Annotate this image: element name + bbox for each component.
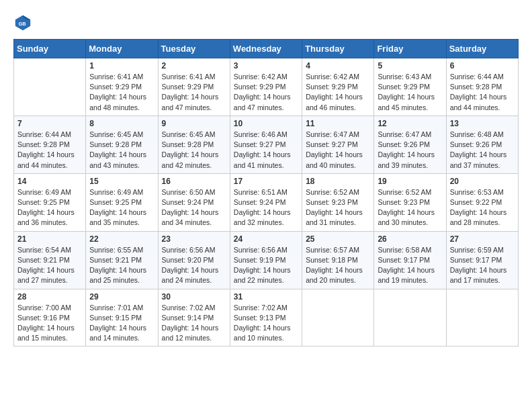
day-info: Sunrise: 6:42 AM Sunset: 9:29 PM Dayligh… <box>306 72 370 113</box>
day-info: Sunrise: 6:46 AM Sunset: 9:27 PM Dayligh… <box>234 130 298 171</box>
header-cell-wednesday: Wednesday <box>230 40 302 58</box>
day-number: 11 <box>306 119 370 128</box>
day-info: Sunrise: 6:45 AM Sunset: 9:28 PM Dayligh… <box>89 130 154 171</box>
day-info: Sunrise: 6:43 AM Sunset: 9:29 PM Dayligh… <box>378 72 442 113</box>
day-info: Sunrise: 6:41 AM Sunset: 9:29 PM Dayligh… <box>89 72 154 113</box>
day-info: Sunrise: 6:49 AM Sunset: 9:25 PM Dayligh… <box>89 187 154 228</box>
page-header: GB <box>13 13 519 32</box>
header-cell-sunday: Sunday <box>14 40 86 58</box>
day-number: 17 <box>234 177 298 186</box>
day-number: 27 <box>450 234 515 244</box>
day-info: Sunrise: 6:42 AM Sunset: 9:29 PM Dayligh… <box>234 72 298 113</box>
day-info: Sunrise: 6:47 AM Sunset: 9:27 PM Dayligh… <box>306 130 370 171</box>
calendar-cell: 10Sunrise: 6:46 AM Sunset: 9:27 PM Dayli… <box>230 116 302 173</box>
day-number: 18 <box>306 177 370 186</box>
day-number: 14 <box>17 177 82 186</box>
calendar-table: SundayMondayTuesdayWednesdayThursdayFrid… <box>13 39 519 347</box>
calendar-cell: 11Sunrise: 6:47 AM Sunset: 9:27 PM Dayli… <box>302 116 374 173</box>
calendar-cell: 14Sunrise: 6:49 AM Sunset: 9:25 PM Dayli… <box>14 173 86 231</box>
calendar-cell: 1Sunrise: 6:41 AM Sunset: 9:29 PM Daylig… <box>86 58 158 116</box>
day-info: Sunrise: 6:52 AM Sunset: 9:23 PM Dayligh… <box>378 187 442 228</box>
svg-text:GB: GB <box>18 21 26 27</box>
calendar-cell: 24Sunrise: 6:56 AM Sunset: 9:19 PM Dayli… <box>230 231 302 289</box>
calendar-cell: 27Sunrise: 6:59 AM Sunset: 9:17 PM Dayli… <box>446 231 518 289</box>
day-number: 12 <box>378 119 442 128</box>
day-info: Sunrise: 6:56 AM Sunset: 9:19 PM Dayligh… <box>234 245 298 286</box>
header-cell-tuesday: Tuesday <box>158 40 230 58</box>
day-info: Sunrise: 6:49 AM Sunset: 9:25 PM Dayligh… <box>17 187 82 228</box>
day-info: Sunrise: 6:54 AM Sunset: 9:21 PM Dayligh… <box>17 245 82 286</box>
calendar-week-4: 21Sunrise: 6:54 AM Sunset: 9:21 PM Dayli… <box>14 231 519 289</box>
calendar-cell <box>14 58 86 116</box>
day-number: 16 <box>162 177 226 186</box>
day-info: Sunrise: 6:44 AM Sunset: 9:28 PM Dayligh… <box>17 130 82 171</box>
day-info: Sunrise: 7:02 AM Sunset: 9:14 PM Dayligh… <box>162 303 226 344</box>
day-info: Sunrise: 7:00 AM Sunset: 9:16 PM Dayligh… <box>17 303 82 344</box>
calendar-cell: 23Sunrise: 6:56 AM Sunset: 9:20 PM Dayli… <box>158 231 230 289</box>
day-info: Sunrise: 6:41 AM Sunset: 9:29 PM Dayligh… <box>162 72 226 113</box>
calendar-week-5: 28Sunrise: 7:00 AM Sunset: 9:16 PM Dayli… <box>14 289 519 347</box>
header-cell-saturday: Saturday <box>446 40 518 58</box>
calendar-cell: 6Sunrise: 6:44 AM Sunset: 9:28 PM Daylig… <box>446 58 518 116</box>
calendar-cell <box>302 289 374 347</box>
calendar-cell: 3Sunrise: 6:42 AM Sunset: 9:29 PM Daylig… <box>230 58 302 116</box>
day-info: Sunrise: 6:52 AM Sunset: 9:23 PM Dayligh… <box>306 187 370 228</box>
calendar-body: 1Sunrise: 6:41 AM Sunset: 9:29 PM Daylig… <box>14 58 519 347</box>
day-number: 26 <box>378 234 442 244</box>
calendar-header: SundayMondayTuesdayWednesdayThursdayFrid… <box>14 40 519 58</box>
logo-icon: GB <box>13 13 32 32</box>
day-number: 15 <box>89 177 154 186</box>
day-number: 22 <box>89 234 154 244</box>
day-number: 31 <box>234 292 298 302</box>
day-info: Sunrise: 6:44 AM Sunset: 9:28 PM Dayligh… <box>450 72 515 113</box>
header-cell-thursday: Thursday <box>302 40 374 58</box>
day-info: Sunrise: 6:56 AM Sunset: 9:20 PM Dayligh… <box>162 245 226 286</box>
day-number: 4 <box>306 61 370 71</box>
day-number: 25 <box>306 234 370 244</box>
day-info: Sunrise: 6:47 AM Sunset: 9:26 PM Dayligh… <box>378 130 442 171</box>
day-info: Sunrise: 7:01 AM Sunset: 9:15 PM Dayligh… <box>89 303 154 344</box>
calendar-cell <box>374 289 446 347</box>
calendar-cell: 13Sunrise: 6:48 AM Sunset: 9:26 PM Dayli… <box>446 116 518 173</box>
day-number: 8 <box>89 119 154 128</box>
calendar-cell: 19Sunrise: 6:52 AM Sunset: 9:23 PM Dayli… <box>374 173 446 231</box>
day-number: 21 <box>17 234 82 244</box>
calendar-cell: 20Sunrise: 6:53 AM Sunset: 9:22 PM Dayli… <box>446 173 518 231</box>
calendar-cell: 2Sunrise: 6:41 AM Sunset: 9:29 PM Daylig… <box>158 58 230 116</box>
day-number: 28 <box>17 292 82 302</box>
day-info: Sunrise: 6:57 AM Sunset: 9:18 PM Dayligh… <box>306 245 370 286</box>
day-number: 6 <box>450 61 515 71</box>
day-info: Sunrise: 6:51 AM Sunset: 9:24 PM Dayligh… <box>234 187 298 228</box>
day-number: 30 <box>162 292 226 302</box>
calendar-cell: 7Sunrise: 6:44 AM Sunset: 9:28 PM Daylig… <box>14 116 86 173</box>
day-info: Sunrise: 6:45 AM Sunset: 9:28 PM Dayligh… <box>162 130 226 171</box>
logo: GB <box>13 13 35 32</box>
calendar-cell: 21Sunrise: 6:54 AM Sunset: 9:21 PM Dayli… <box>14 231 86 289</box>
calendar-week-1: 1Sunrise: 6:41 AM Sunset: 9:29 PM Daylig… <box>14 58 519 116</box>
calendar-cell: 16Sunrise: 6:50 AM Sunset: 9:24 PM Dayli… <box>158 173 230 231</box>
day-info: Sunrise: 6:48 AM Sunset: 9:26 PM Dayligh… <box>450 130 515 171</box>
day-info: Sunrise: 7:02 AM Sunset: 9:13 PM Dayligh… <box>234 303 298 344</box>
day-number: 19 <box>378 177 442 186</box>
calendar-cell: 8Sunrise: 6:45 AM Sunset: 9:28 PM Daylig… <box>86 116 158 173</box>
day-number: 10 <box>234 119 298 128</box>
day-info: Sunrise: 6:50 AM Sunset: 9:24 PM Dayligh… <box>162 187 226 228</box>
day-info: Sunrise: 6:55 AM Sunset: 9:21 PM Dayligh… <box>89 245 154 286</box>
day-number: 1 <box>89 61 154 71</box>
day-number: 3 <box>234 61 298 71</box>
day-number: 9 <box>162 119 226 128</box>
day-info: Sunrise: 6:59 AM Sunset: 9:17 PM Dayligh… <box>450 245 515 286</box>
calendar-week-3: 14Sunrise: 6:49 AM Sunset: 9:25 PM Dayli… <box>14 173 519 231</box>
day-info: Sunrise: 6:53 AM Sunset: 9:22 PM Dayligh… <box>450 187 515 228</box>
calendar-cell <box>446 289 518 347</box>
day-number: 29 <box>89 292 154 302</box>
day-number: 23 <box>162 234 226 244</box>
day-number: 13 <box>450 119 515 128</box>
calendar-cell: 22Sunrise: 6:55 AM Sunset: 9:21 PM Dayli… <box>86 231 158 289</box>
calendar-cell: 18Sunrise: 6:52 AM Sunset: 9:23 PM Dayli… <box>302 173 374 231</box>
day-number: 20 <box>450 177 515 186</box>
calendar-cell: 28Sunrise: 7:00 AM Sunset: 9:16 PM Dayli… <box>14 289 86 347</box>
calendar-cell: 12Sunrise: 6:47 AM Sunset: 9:26 PM Dayli… <box>374 116 446 173</box>
day-number: 7 <box>17 119 82 128</box>
calendar-cell: 26Sunrise: 6:58 AM Sunset: 9:17 PM Dayli… <box>374 231 446 289</box>
